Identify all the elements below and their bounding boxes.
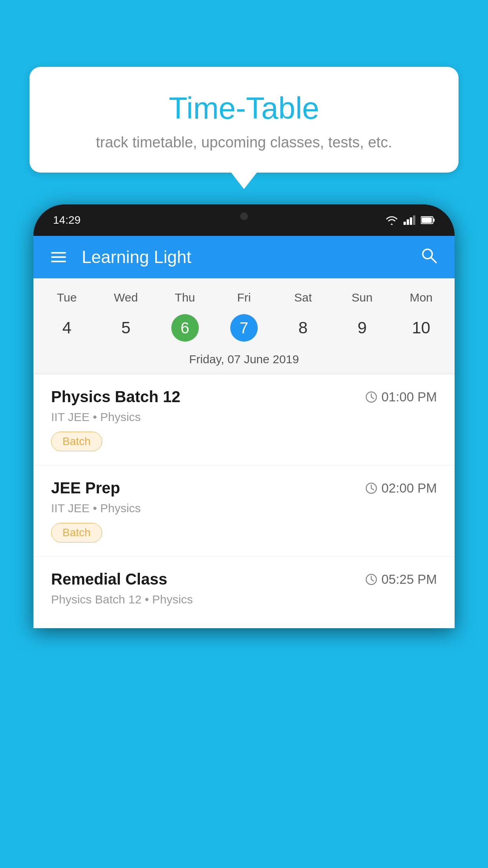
svg-line-17 bbox=[371, 579, 374, 581]
svg-rect-6 bbox=[422, 217, 432, 223]
svg-rect-5 bbox=[433, 219, 435, 222]
status-bar: 14:29 bbox=[33, 204, 455, 236]
schedule-item-3-meta: Physics Batch 12 • Physics bbox=[51, 593, 437, 606]
schedule-item-1-time: 01:00 PM bbox=[365, 390, 437, 405]
schedule-item-1-badge: Batch bbox=[51, 432, 102, 451]
app-header: Learning Light bbox=[33, 236, 455, 278]
schedule-item-2[interactable]: JEE Prep 02:00 PM IIT JEE • Physics Batc… bbox=[33, 465, 455, 557]
tooltip-subtitle: track timetable, upcoming classes, tests… bbox=[49, 134, 439, 151]
svg-line-11 bbox=[371, 397, 374, 399]
calendar-day-5[interactable]: 5 bbox=[96, 313, 155, 343]
battery-icon bbox=[421, 216, 435, 224]
tooltip-title: Time-Table bbox=[49, 90, 439, 126]
clock-icon-1 bbox=[365, 391, 378, 403]
day-headers: Tue Wed Thu Fri Sat Sun Mon bbox=[33, 278, 455, 311]
clock-icon-3 bbox=[365, 573, 378, 586]
calendar-day-4[interactable]: 4 bbox=[37, 313, 96, 343]
svg-line-14 bbox=[371, 488, 374, 490]
svg-rect-2 bbox=[410, 217, 412, 225]
svg-rect-0 bbox=[404, 222, 406, 225]
camera-dot bbox=[240, 212, 248, 220]
schedule-item-1-title: Physics Batch 12 bbox=[51, 388, 180, 406]
tooltip-card: Time-Table track timetable, upcoming cla… bbox=[29, 67, 459, 173]
schedule-item-2-meta: IIT JEE • Physics bbox=[51, 502, 437, 515]
wifi-icon bbox=[385, 215, 399, 226]
day-header-mon: Mon bbox=[392, 286, 451, 309]
calendar-day-8[interactable]: 8 bbox=[273, 313, 332, 343]
schedule-item-2-time: 02:00 PM bbox=[365, 481, 437, 496]
day-header-thu: Thu bbox=[156, 286, 215, 309]
schedule-item-1-header: Physics Batch 12 01:00 PM bbox=[51, 388, 437, 406]
calendar-day-10[interactable]: 10 bbox=[392, 313, 451, 343]
day-header-wed: Wed bbox=[96, 286, 155, 309]
day-header-sat: Sat bbox=[273, 286, 332, 309]
schedule-item-1[interactable]: Physics Batch 12 01:00 PM IIT JEE • Phys… bbox=[33, 374, 455, 465]
calendar-day-7-selected[interactable]: 7 bbox=[230, 314, 258, 342]
day-header-tue: Tue bbox=[37, 286, 96, 309]
notch bbox=[205, 204, 283, 228]
signal-icon bbox=[404, 215, 416, 226]
phone-wrapper: 14:29 bbox=[33, 204, 455, 868]
day-numbers: 4 5 6 7 8 9 10 bbox=[33, 311, 455, 349]
schedule-item-3-time: 05:25 PM bbox=[365, 572, 437, 587]
calendar-day-6-today[interactable]: 6 bbox=[171, 314, 199, 342]
day-header-fri: Fri bbox=[215, 286, 273, 309]
svg-line-8 bbox=[431, 257, 436, 263]
svg-rect-1 bbox=[407, 219, 409, 225]
selected-date-label: Friday, 07 June 2019 bbox=[33, 349, 455, 374]
app-title: Learning Light bbox=[82, 247, 420, 267]
svg-rect-3 bbox=[413, 215, 415, 225]
schedule-item-1-meta: IIT JEE • Physics bbox=[51, 410, 437, 424]
search-icon[interactable] bbox=[420, 247, 437, 267]
status-icons bbox=[385, 215, 435, 226]
day-header-sun: Sun bbox=[332, 286, 391, 309]
schedule-item-2-badge: Batch bbox=[51, 523, 102, 542]
status-time: 14:29 bbox=[53, 214, 81, 226]
phone-frame: 14:29 bbox=[33, 204, 455, 628]
calendar-section: Tue Wed Thu Fri Sat Sun Mon 4 5 6 7 8 9 … bbox=[33, 278, 455, 374]
clock-icon-2 bbox=[365, 482, 378, 495]
schedule-item-3-header: Remedial Class 05:25 PM bbox=[51, 570, 437, 588]
schedule-item-2-header: JEE Prep 02:00 PM bbox=[51, 479, 437, 497]
schedule-item-3[interactable]: Remedial Class 05:25 PM Physics Batch 12… bbox=[33, 557, 455, 628]
schedule-item-2-title: JEE Prep bbox=[51, 479, 120, 497]
schedule-list: Physics Batch 12 01:00 PM IIT JEE • Phys… bbox=[33, 374, 455, 628]
calendar-day-9[interactable]: 9 bbox=[332, 313, 391, 343]
hamburger-menu-button[interactable] bbox=[51, 252, 66, 262]
schedule-item-3-title: Remedial Class bbox=[51, 570, 167, 588]
